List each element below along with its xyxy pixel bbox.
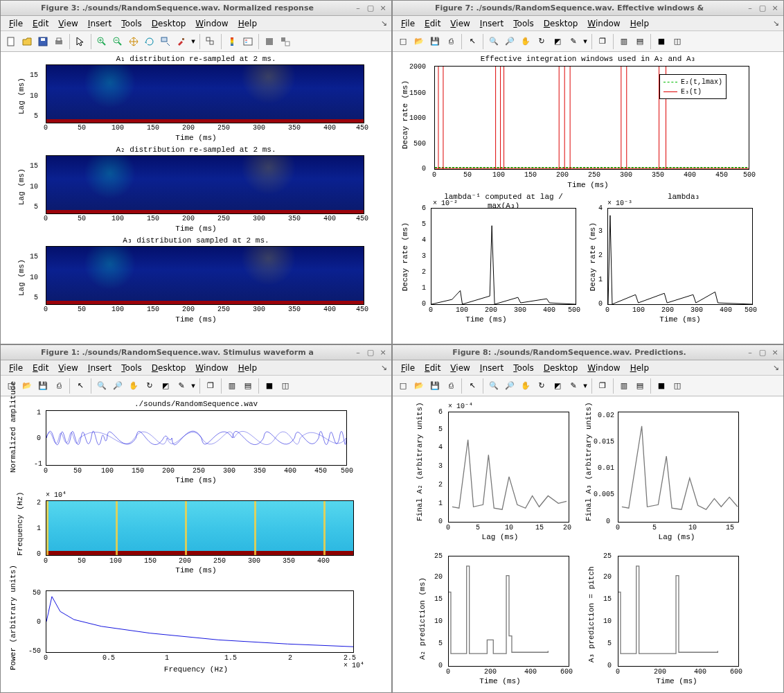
show-icon[interactable]: ◫ <box>670 34 685 49</box>
pan-icon[interactable]: ✋ <box>126 378 141 394</box>
pointer-icon[interactable] <box>73 34 88 49</box>
menu-view[interactable]: View <box>446 17 474 30</box>
menu-tools[interactable]: Tools <box>117 362 146 374</box>
open-icon[interactable] <box>19 34 35 49</box>
print-icon[interactable]: ⎙ <box>443 378 458 394</box>
hide-icon[interactable]: ■ <box>654 34 669 49</box>
pan-icon[interactable]: ✋ <box>518 378 533 394</box>
close-icon[interactable]: × <box>769 348 781 358</box>
titlebar[interactable]: Figure 7: ./sounds/RandomSequence.wav. E… <box>393 1 783 16</box>
menu-desktop[interactable]: Desktop <box>148 362 190 374</box>
titlebar[interactable]: Figure 1: ./sounds/RandomSequence.wav. S… <box>1 345 391 360</box>
zoom-out-icon[interactable]: 🔎 <box>502 378 517 394</box>
menu-insert[interactable]: Insert <box>476 362 508 374</box>
axes-1[interactable] <box>46 64 364 123</box>
save-icon[interactable]: 💾 <box>35 378 51 394</box>
colorbar-icon[interactable]: ▥ <box>616 378 632 394</box>
pointer-icon[interactable]: ↖ <box>73 378 88 394</box>
hide-icon[interactable] <box>262 34 277 49</box>
close-icon[interactable]: × <box>377 348 389 358</box>
zoom-in-icon[interactable]: 🔍 <box>486 378 501 394</box>
menu-view[interactable]: View <box>54 17 82 30</box>
show-icon[interactable] <box>278 34 293 49</box>
menu-window[interactable]: Window <box>583 362 624 374</box>
axes-2[interactable] <box>46 155 364 214</box>
colorbar-icon[interactable]: ▥ <box>616 34 632 49</box>
axes-3[interactable] <box>46 246 364 305</box>
menu-view[interactable]: View <box>446 362 474 374</box>
hide-icon[interactable]: ■ <box>654 378 669 394</box>
pointer-icon[interactable]: ↖ <box>465 378 480 394</box>
menu-edit[interactable]: Edit <box>420 17 445 30</box>
menu-help[interactable]: Help <box>626 362 653 374</box>
menu-file[interactable]: File <box>397 362 419 374</box>
menu-tools[interactable]: Tools <box>509 362 538 374</box>
zoom-in-icon[interactable] <box>94 34 109 49</box>
rotate-icon[interactable]: ↻ <box>534 378 549 394</box>
maximize-icon[interactable]: ▢ <box>365 3 376 13</box>
open-icon[interactable]: 📂 <box>411 34 427 49</box>
menu-view[interactable]: View <box>54 362 82 374</box>
menu-file[interactable]: File <box>5 362 27 374</box>
hide-icon[interactable]: ■ <box>262 378 277 394</box>
rotate-icon[interactable]: ↻ <box>534 34 549 49</box>
pan-icon[interactable] <box>126 34 141 49</box>
open-icon[interactable]: 📂 <box>19 378 35 394</box>
colorbar-icon[interactable]: ▥ <box>224 378 240 394</box>
maximize-icon[interactable]: ▢ <box>757 348 768 358</box>
brush-drop-icon[interactable]: ▾ <box>190 378 197 394</box>
brush-icon[interactable] <box>174 34 189 49</box>
menu-help[interactable]: Help <box>234 362 261 374</box>
menu-window[interactable]: Window <box>583 17 624 30</box>
dock-icon[interactable]: ↘ <box>773 363 779 372</box>
axes-br[interactable] <box>618 556 739 667</box>
dock-icon[interactable]: ↘ <box>381 19 387 28</box>
axes-pow[interactable] <box>46 590 354 653</box>
menu-tools[interactable]: Tools <box>117 17 146 30</box>
menu-insert[interactable]: Insert <box>84 362 116 374</box>
brush-drop-icon[interactable]: ▾ <box>190 34 197 49</box>
menu-desktop[interactable]: Desktop <box>540 362 582 374</box>
axes-wave[interactable]: /*noop placeholder*/ <box>46 410 347 466</box>
menu-edit[interactable]: Edit <box>28 362 53 374</box>
titlebar[interactable]: Figure 3: ./sounds/RandomSequence.wav. N… <box>1 1 391 16</box>
legend[interactable]: E₂(t,lmax) E₃(t) <box>659 74 727 99</box>
menu-desktop[interactable]: Desktop <box>540 17 582 30</box>
data-cursor-icon[interactable]: ◩ <box>550 34 565 49</box>
data-cursor-icon[interactable]: ◩ <box>550 378 565 394</box>
zoom-out-icon[interactable]: 🔎 <box>110 378 125 394</box>
new-icon[interactable] <box>3 34 19 49</box>
link-icon[interactable]: ❐ <box>595 378 610 394</box>
zoom-out-icon[interactable] <box>110 34 125 49</box>
menu-window[interactable]: Window <box>191 362 232 374</box>
titlebar[interactable]: Figure 8: ./sounds/RandomSequence.wav. P… <box>393 345 783 360</box>
minimize-icon[interactable]: – <box>353 348 364 358</box>
menu-edit[interactable]: Edit <box>420 362 445 374</box>
axes-tr[interactable] <box>618 412 739 523</box>
new-icon[interactable]: □ <box>395 378 411 394</box>
dock-icon[interactable]: ↘ <box>381 363 387 372</box>
show-icon[interactable]: ◫ <box>278 378 293 394</box>
legend-icon[interactable]: ▤ <box>632 378 648 394</box>
axes-bl[interactable] <box>431 208 576 305</box>
minimize-icon[interactable]: – <box>353 3 364 13</box>
print-icon[interactable]: ⎙ <box>51 378 66 394</box>
open-icon[interactable]: 📂 <box>411 378 427 394</box>
zoom-in-icon[interactable]: 🔍 <box>94 378 109 394</box>
print-icon[interactable] <box>51 34 66 49</box>
data-cursor-icon[interactable]: ◩ <box>158 378 173 394</box>
data-cursor-icon[interactable] <box>158 34 173 49</box>
menu-insert[interactable]: Insert <box>84 17 116 30</box>
rotate-icon[interactable]: ↻ <box>142 378 157 394</box>
maximize-icon[interactable]: ▢ <box>365 348 376 358</box>
link-icon[interactable]: ❐ <box>595 34 610 49</box>
menu-edit[interactable]: Edit <box>28 17 53 30</box>
menu-help[interactable]: Help <box>626 17 653 30</box>
show-icon[interactable]: ◫ <box>670 378 685 394</box>
menu-help[interactable]: Help <box>234 17 261 30</box>
maximize-icon[interactable]: ▢ <box>757 3 768 13</box>
pointer-icon[interactable]: ↖ <box>465 34 480 49</box>
zoom-out-icon[interactable]: 🔎 <box>502 34 517 49</box>
dock-icon[interactable]: ↘ <box>773 19 779 28</box>
brush-drop-icon[interactable]: ▾ <box>582 34 589 49</box>
